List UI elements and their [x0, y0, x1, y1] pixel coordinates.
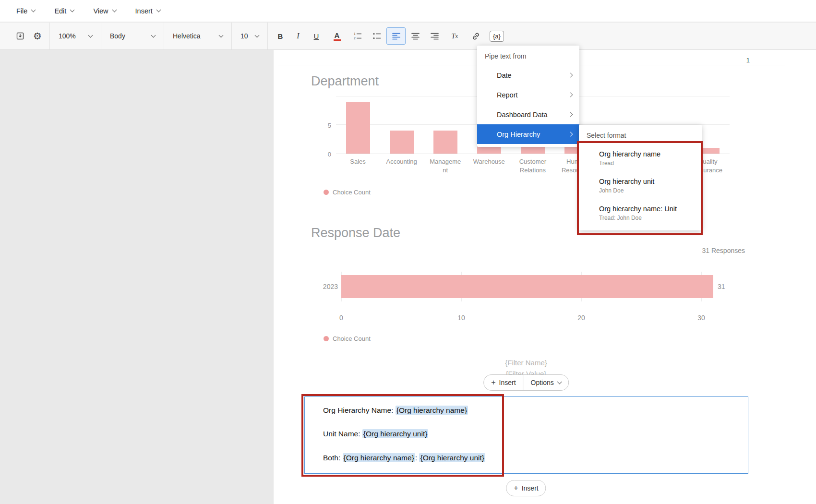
align-center-button[interactable]	[406, 27, 425, 45]
chevron-down-icon	[557, 379, 562, 384]
bottom-insert-button[interactable]: + Insert	[506, 480, 545, 496]
paragraph-style-value: Body	[110, 32, 125, 40]
legend-dot-icon	[324, 336, 329, 341]
bold-button[interactable]: B	[271, 27, 289, 45]
menu-item-dashboard-data[interactable]: Dashboard Data	[477, 105, 579, 124]
department-label-cell: Management	[423, 157, 467, 174]
font-family-dropdown[interactable]: Helvetica	[168, 27, 228, 45]
plus-icon: +	[491, 378, 495, 387]
piped-text-token[interactable]: {Org hierarchy unit}	[362, 429, 429, 438]
response-xtick-label: 20	[577, 314, 585, 322]
chevron-down-icon	[219, 33, 224, 37]
filter-button-group: + Insert Options	[483, 374, 569, 391]
clear-formatting-button[interactable]: Tx	[444, 27, 465, 45]
plus-icon: +	[514, 484, 518, 492]
menu-item-org-hierarchy-name-unit[interactable]: Org hierarchy name: Unit Tread: John Doe	[579, 199, 702, 227]
align-right-button[interactable]	[425, 27, 444, 45]
toolbar-divider	[49, 23, 50, 49]
underline-label: U	[314, 32, 319, 40]
menu-item-org-hierarchy-name[interactable]: Org hierarchy name Tread	[579, 144, 702, 172]
filter-name-placeholder: {Filter Name}	[505, 359, 547, 367]
menubar-item-label: File	[16, 7, 27, 15]
department-category-label: Warehouse	[472, 157, 506, 174]
department-category-label: Sales	[341, 157, 375, 174]
insert-button[interactable]: + Insert	[484, 375, 523, 390]
legend-dot-icon	[324, 190, 329, 195]
menu-bar: File Edit View Insert	[0, 0, 816, 22]
menu-item-date[interactable]: Date	[477, 65, 579, 85]
paragraph-style-dropdown[interactable]: Body	[105, 27, 160, 45]
italic-button[interactable]: I	[289, 27, 307, 45]
menubar-item-file[interactable]: File	[16, 7, 35, 15]
insert-link-button[interactable]	[465, 27, 486, 45]
export-button[interactable]	[12, 27, 29, 45]
piped-text-button[interactable]: {a}	[486, 27, 507, 45]
align-right-icon	[431, 33, 439, 40]
numbered-list-button[interactable]: 12	[348, 27, 367, 45]
department-label-cell: Warehouse	[467, 157, 511, 174]
format-option-example: Tread: John Doe	[599, 215, 694, 221]
pipe-text-menu: Pipe text from Date Report Dashboard Dat…	[477, 46, 579, 147]
font-size-dropdown[interactable]: 10	[235, 27, 264, 45]
department-bar	[433, 131, 457, 154]
format-option-label: Org hierarchy name	[599, 150, 694, 158]
format-option-example: Tread	[599, 160, 694, 167]
underline-button[interactable]: U	[307, 27, 326, 45]
piped-text-token[interactable]: {Org hierarchy name}	[396, 406, 468, 415]
svg-text:2: 2	[354, 36, 356, 40]
department-bar-slot	[336, 96, 380, 154]
numbered-list-icon: 12	[353, 32, 362, 40]
text-block-editor[interactable]: Org Hierarchy Name: {Org hierarchy name}…	[304, 396, 748, 474]
response-bar-value: 31	[718, 283, 725, 290]
bold-label: B	[278, 32, 283, 40]
menu-item-label: Date	[497, 72, 512, 79]
department-bar	[346, 102, 370, 154]
chevron-down-icon	[156, 8, 161, 12]
menu-item-label: Org Hierarchy	[497, 131, 540, 138]
response-bar	[341, 275, 713, 298]
response-date-chart[interactable]: 2023 31 0102030 Choice Count	[320, 267, 780, 346]
chevron-down-icon	[151, 33, 156, 37]
response-xticks: 0102030	[320, 314, 742, 324]
menu-item-report[interactable]: Report	[477, 85, 579, 105]
text-color-button[interactable]: A	[326, 27, 348, 45]
piped-text-token[interactable]: {Org hierarchy unit}	[419, 453, 485, 462]
response-row-label: 2023	[320, 283, 338, 290]
format-option-label: Org hierarchy unit	[599, 178, 694, 185]
format-option-example: John Doe	[599, 187, 694, 194]
response-bar-row: 2023 31	[320, 275, 725, 298]
settings-button[interactable]: ⚙	[29, 27, 46, 45]
menubar-item-insert[interactable]: Insert	[135, 7, 160, 15]
link-icon	[471, 32, 480, 41]
department-bar	[390, 131, 414, 154]
text-color-label: A	[335, 32, 340, 39]
toolbar-divider	[231, 23, 232, 49]
chevron-down-icon	[70, 8, 75, 12]
response-xtick-label: 10	[457, 314, 465, 322]
formatting-toolbar: ⚙ 100% Body Helvetica 10 B I U A 12	[0, 23, 816, 50]
menubar-item-edit[interactable]: Edit	[54, 7, 74, 15]
align-left-button[interactable]	[386, 27, 406, 45]
menu-item-label: Report	[497, 91, 518, 99]
text-line: Org Hierarchy Name: {Org hierarchy name}	[323, 406, 468, 415]
options-button[interactable]: Options	[524, 375, 568, 390]
menubar-item-view[interactable]: View	[93, 7, 116, 15]
response-xtick-label: 30	[697, 314, 705, 322]
response-xtick-label: 0	[339, 314, 343, 322]
options-button-label: Options	[531, 379, 554, 386]
insert-button-label: Insert	[499, 379, 516, 386]
department-yticks: 05	[320, 96, 331, 154]
bullet-list-button[interactable]	[367, 27, 386, 45]
font-family-value: Helvetica	[173, 32, 201, 40]
menubar-item-label: Insert	[135, 7, 153, 15]
chevron-down-icon	[255, 33, 260, 37]
zoom-dropdown[interactable]: 100%	[53, 27, 97, 45]
chevron-right-icon	[568, 132, 573, 137]
menu-item-org-hierarchy-unit[interactable]: Org hierarchy unit John Doe	[579, 172, 702, 199]
text-line: Unit Name: {Org hierarchy unit}	[323, 430, 428, 438]
legend-label: Choice Count	[333, 189, 371, 196]
format-option-label: Org hierarchy name: Unit	[599, 205, 694, 213]
piped-text-token[interactable]: {Org hierarchy name}	[343, 453, 415, 462]
text-segment: Org Hierarchy Name:	[323, 406, 396, 414]
menu-item-org-hierarchy[interactable]: Org Hierarchy	[477, 124, 579, 144]
